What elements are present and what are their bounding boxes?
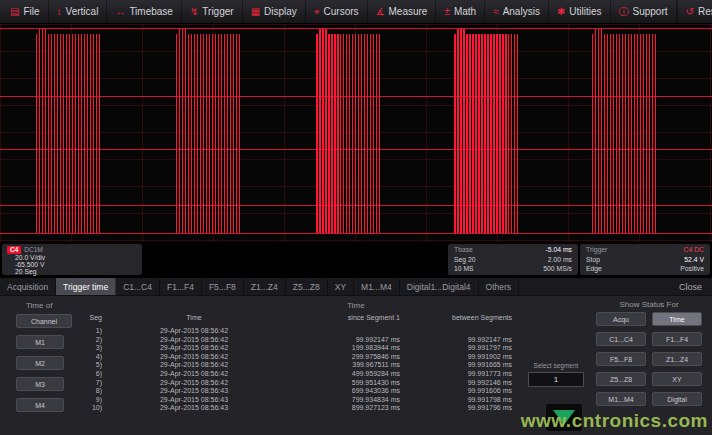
status-button-f5-f8[interactable]: F5...F8: [596, 352, 646, 366]
menu-cursors[interactable]: ⌖Cursors: [306, 0, 368, 23]
status-button-acqu[interactable]: Acqu: [596, 312, 646, 326]
cursors-icon: ⌖: [314, 7, 320, 17]
cell-time: 29-Apr-2015 08:56:42: [106, 353, 282, 362]
cell-since: 99.992147 ms: [282, 336, 410, 345]
display-icon: ▦: [251, 7, 260, 17]
menu-label: Cursors: [324, 6, 359, 17]
time-of-label: Time of: [26, 301, 52, 310]
support-icon: ⓘ: [619, 7, 629, 17]
tab-others[interactable]: Others: [479, 278, 520, 295]
cell-seg: 4): [72, 353, 106, 362]
tbase-segments: Seg 20: [454, 255, 476, 265]
cell-seg: 2): [72, 336, 106, 345]
cell-seg: 7): [72, 379, 106, 388]
status-strip: C4 DC1M 20.0 V/div -65.500 V 20 Seg Tbas…: [0, 242, 712, 278]
reset-button[interactable]: ↺ Reset: [677, 0, 712, 23]
menu-items: ▤File↕Vertical↔Timebase↯Trigger▦Display⌖…: [2, 0, 677, 23]
menu-timebase[interactable]: ↔Timebase: [107, 0, 182, 23]
menu-trigger[interactable]: ↯Trigger: [182, 0, 243, 23]
cell-seg: 10): [72, 404, 106, 413]
cell-time: 29-Apr-2015 08:56:43: [106, 404, 282, 413]
status-tabs: AcquisitionTrigger timeC1...C4F1...F4F5.…: [0, 278, 712, 296]
cell-since: 899.927123 ms: [282, 404, 410, 413]
tbase-value: -5.04 ms: [546, 245, 572, 255]
channel-descriptor-c4[interactable]: C4 DC1M 20.0 V/div -65.500 V 20 Seg: [2, 244, 142, 275]
timebase-descriptor[interactable]: Tbase -5.04 ms Seg 20 2.00 ms 10 MS 500 …: [448, 244, 578, 275]
source-button-m1[interactable]: M1: [16, 335, 64, 349]
cell-since: 699.943036 ms: [282, 387, 410, 396]
cell-seg: 5): [72, 361, 106, 370]
analysis-icon: ≈: [493, 7, 499, 17]
menu-label: Display: [264, 6, 297, 17]
table-row: 7)29-Apr-2015 08:56:42599.951430 ms99.99…: [72, 379, 522, 388]
cell-time: 29-Apr-2015 08:56:42: [106, 379, 282, 388]
waveform-burst-attack: [595, 184, 604, 233]
show-status-buttons: AcquTimeC1...C4F1...F4F5...F8Z1...Z4Z5..…: [596, 312, 702, 406]
measure-icon: ∡: [376, 7, 385, 17]
status-button-c1-c4[interactable]: C1...C4: [596, 332, 646, 346]
waveform-display[interactable]: [0, 24, 712, 242]
channel-segments: 20 Seg: [7, 268, 137, 275]
cell-time: 29-Apr-2015 08:56:42: [106, 336, 282, 345]
tbase-label: Tbase: [454, 245, 473, 255]
source-buttons: ChannelM1M2M3M4: [16, 314, 72, 412]
menu-analysis[interactable]: ≈Analysis: [485, 0, 549, 23]
table-row: 2)29-Apr-2015 08:56:4299.992147 ms99.992…: [72, 336, 522, 345]
cell-time: 29-Apr-2015 08:56:42: [106, 361, 282, 370]
tab-z5-z8[interactable]: Z5...Z8: [286, 278, 328, 295]
status-button-time[interactable]: Time: [652, 312, 702, 326]
menu-utilities[interactable]: ✱Utilities: [549, 0, 611, 23]
status-button-m1-m4[interactable]: M1...M4: [596, 392, 646, 406]
cell-between: 99.991797 ms: [410, 344, 522, 353]
source-button-m2[interactable]: M2: [16, 356, 64, 370]
cell-time: 29-Apr-2015 08:56:42: [106, 344, 282, 353]
status-button-z1-z4[interactable]: Z1...Z4: [652, 352, 702, 366]
tab-trigger-time[interactable]: Trigger time: [56, 278, 116, 295]
status-button-f1-f4[interactable]: F1...F4: [652, 332, 702, 346]
tab-acquisition[interactable]: Acquisition: [0, 278, 56, 295]
menu-support[interactable]: ⓘSupport: [611, 0, 677, 23]
menu-math[interactable]: ±Math: [436, 0, 485, 23]
select-segment-input[interactable]: 1: [528, 372, 584, 387]
trigger-mode: Stop: [586, 255, 600, 265]
status-button-xy[interactable]: XY: [652, 372, 702, 386]
channel-scale: 20.0 V/div: [7, 254, 137, 261]
status-button-z5-z8[interactable]: Z5...Z8: [596, 372, 646, 386]
tab-m1-m4[interactable]: M1...M4: [354, 278, 400, 295]
cell-between: 99.991773 ms: [410, 370, 522, 379]
menu-vertical[interactable]: ↕Vertical: [49, 0, 108, 23]
table-row: 1)29-Apr-2015 08:56:42: [72, 327, 522, 336]
tab-f1-f4[interactable]: F1...F4: [160, 278, 202, 295]
menu-display[interactable]: ▦Display: [243, 0, 306, 23]
reset-icon: ↺: [686, 7, 694, 17]
waveform-burst-attack: [179, 184, 188, 233]
menu-file[interactable]: ▤File: [2, 0, 49, 23]
watermark: www.cntronics.com: [521, 410, 708, 432]
menu-label: Trigger: [202, 6, 233, 17]
menu-label: Utilities: [569, 6, 601, 17]
cell-between: 99.991798 ms: [410, 396, 522, 405]
channel-label: C4: [7, 246, 21, 254]
tab-z1-z4[interactable]: Z1...Z4: [244, 278, 286, 295]
status-button-digital[interactable]: Digital: [652, 392, 702, 406]
cell-between: 99.991665 ms: [410, 361, 522, 370]
menu-bar: ▤File↕Vertical↔Timebase↯Trigger▦Display⌖…: [0, 0, 712, 24]
source-button-m3[interactable]: M3: [16, 377, 64, 391]
source-button-m4[interactable]: M4: [16, 398, 64, 412]
math-icon: ±: [444, 7, 450, 17]
close-button[interactable]: Close: [669, 278, 712, 295]
tab-c1-c4[interactable]: C1...C4: [116, 278, 160, 295]
cell-seg: 1): [72, 327, 106, 336]
tab-digital1-digital4[interactable]: Digital1...Digital4: [400, 278, 479, 295]
cell-between: 99.992146 ms: [410, 379, 522, 388]
tab-xy[interactable]: XY: [328, 278, 354, 295]
source-button-channel[interactable]: Channel: [16, 314, 72, 328]
cell-time: 29-Apr-2015 08:56:43: [106, 387, 282, 396]
menu-label: Math: [454, 6, 476, 17]
waveform-burst-attack: [457, 184, 466, 233]
trigger-descriptor[interactable]: Trigger C4 DC Stop 52.4 V Edge Positive: [580, 244, 710, 275]
menu-measure[interactable]: ∡Measure: [368, 0, 437, 23]
segment-divider-line: [0, 233, 712, 234]
tab-f5-f8[interactable]: F5...F8: [202, 278, 244, 295]
trigger-label: Trigger: [586, 245, 607, 255]
